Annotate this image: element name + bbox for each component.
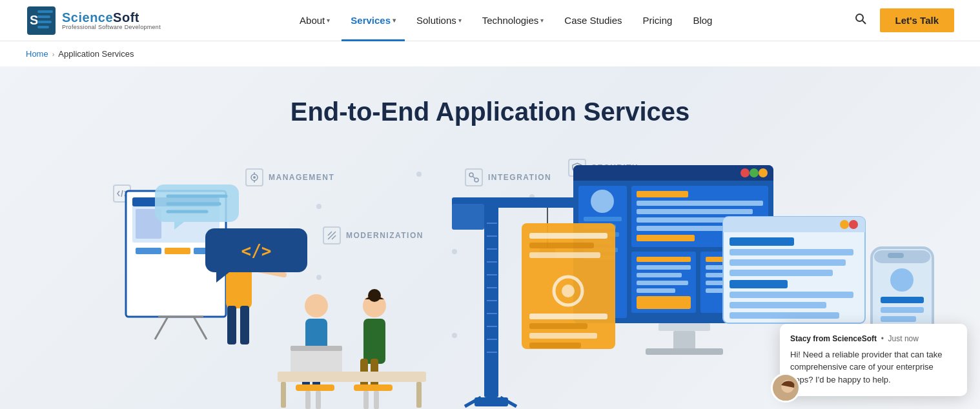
dot-8 <box>452 333 457 338</box>
logo-sub-text: Professional Software Development <box>62 25 161 31</box>
nav-solutions-label: Solutions <box>416 15 456 26</box>
svg-line-38 <box>252 268 284 275</box>
nav-case-studies[interactable]: Case Studies <box>555 0 631 41</box>
svg-rect-144 <box>730 270 833 276</box>
svg-point-131 <box>562 284 575 297</box>
svg-rect-126 <box>522 223 615 349</box>
label-management: MANAGEMENT <box>245 168 334 186</box>
security-label-text: SECURITY <box>591 163 638 172</box>
svg-point-34 <box>226 230 252 255</box>
svg-rect-141 <box>730 237 794 246</box>
svg-rect-153 <box>881 297 924 303</box>
nav-technologies[interactable]: Technologies ▾ <box>473 0 553 41</box>
dot-3 <box>452 249 457 254</box>
svg-rect-151 <box>888 253 904 258</box>
nav-about[interactable]: About ▾ <box>291 0 339 41</box>
logo-icon: S <box>26 5 57 36</box>
dot-1 <box>316 204 322 209</box>
svg-rect-66 <box>305 391 311 409</box>
label-security: SECURITY <box>568 159 638 177</box>
nav-technologies-chevron: ▾ <box>540 17 544 24</box>
svg-rect-118 <box>706 257 763 262</box>
nav-blog-label: Blog <box>693 15 712 26</box>
dot-5 <box>529 194 535 199</box>
svg-point-6 <box>856 14 863 21</box>
logo[interactable]: S ScienceSoft Professional Software Deve… <box>26 5 161 36</box>
management-icon <box>245 168 263 186</box>
svg-line-7 <box>863 21 866 24</box>
nav-about-label: About <box>300 15 325 26</box>
chat-sender: Stacy from ScienceSoft <box>790 334 877 343</box>
nav-solutions-chevron: ▾ <box>458 17 462 24</box>
svg-rect-61 <box>278 372 426 382</box>
svg-rect-113 <box>637 273 682 277</box>
development-icon <box>113 185 131 203</box>
svg-rect-54 <box>291 346 342 378</box>
svg-rect-37 <box>240 306 249 344</box>
svg-rect-119 <box>706 265 763 270</box>
svg-line-77 <box>500 397 516 406</box>
svg-rect-47 <box>205 228 307 272</box>
svg-rect-122 <box>706 288 748 293</box>
svg-rect-111 <box>637 257 691 262</box>
svg-line-76 <box>465 397 481 406</box>
svg-point-139 <box>849 220 858 229</box>
svg-rect-97 <box>584 217 622 221</box>
chat-header: Stacy from ScienceSoft • Just now <box>790 334 957 343</box>
hero-title: End-to-End Application Services <box>291 97 690 126</box>
management-label-text: MANAGEMENT <box>269 173 334 182</box>
svg-rect-107 <box>637 217 759 223</box>
chat-time: Just now <box>888 334 919 343</box>
nav-pricing[interactable]: Pricing <box>634 0 682 41</box>
lets-talk-button[interactable]: Let's Talk <box>880 8 954 32</box>
breadcrumb: Home › Application Services <box>0 41 980 66</box>
svg-rect-3 <box>37 15 50 18</box>
svg-point-40 <box>239 237 247 245</box>
svg-rect-115 <box>637 288 675 293</box>
svg-rect-146 <box>730 292 853 298</box>
svg-rect-112 <box>637 265 691 270</box>
svg-rect-134 <box>529 333 597 339</box>
svg-rect-136 <box>723 217 865 323</box>
chat-body: Hi! Need a reliable provider that can ta… <box>790 348 957 386</box>
nav-technologies-label: Technologies <box>482 15 539 26</box>
svg-line-26 <box>194 317 207 339</box>
svg-rect-124 <box>673 331 695 350</box>
nav-solutions[interactable]: Solutions ▾ <box>407 0 471 41</box>
svg-rect-98 <box>584 224 616 229</box>
breadcrumb-home[interactable]: Home <box>26 49 48 59</box>
logo-text: ScienceSoft Professional Software Develo… <box>62 10 161 31</box>
nav-blog[interactable]: Blog <box>684 0 721 41</box>
svg-line-18 <box>473 176 475 179</box>
svg-rect-138 <box>723 224 865 232</box>
svg-point-10 <box>253 176 256 179</box>
svg-rect-4 <box>37 21 52 23</box>
svg-rect-106 <box>637 209 753 214</box>
svg-rect-101 <box>584 248 618 252</box>
svg-rect-137 <box>723 217 865 232</box>
svg-line-25 <box>155 317 168 339</box>
svg-rect-145 <box>730 280 788 288</box>
development-label-text: DEVELOPMENT <box>136 189 206 198</box>
svg-rect-62 <box>281 382 286 408</box>
svg-rect-70 <box>484 197 498 397</box>
nav-services[interactable]: Services ▾ <box>342 0 405 41</box>
svg-rect-100 <box>584 240 613 244</box>
svg-rect-109 <box>637 235 695 241</box>
label-integration: INTEGRATION <box>465 168 551 186</box>
svg-rect-125 <box>646 348 723 355</box>
svg-rect-27 <box>132 197 219 243</box>
svg-point-50 <box>305 294 328 317</box>
svg-rect-35 <box>226 257 252 308</box>
svg-rect-148 <box>730 312 839 319</box>
main-nav: About ▾ Services ▾ Solutions ▾ Technolog… <box>291 0 721 41</box>
svg-rect-58 <box>363 319 385 364</box>
label-testing: TESTING <box>704 188 768 206</box>
svg-line-15 <box>332 235 336 239</box>
svg-rect-104 <box>637 191 688 197</box>
svg-rect-55 <box>291 346 342 351</box>
svg-point-94 <box>740 168 750 177</box>
svg-rect-53 <box>312 359 320 391</box>
svg-rect-2 <box>37 10 53 13</box>
search-button[interactable] <box>852 10 870 31</box>
